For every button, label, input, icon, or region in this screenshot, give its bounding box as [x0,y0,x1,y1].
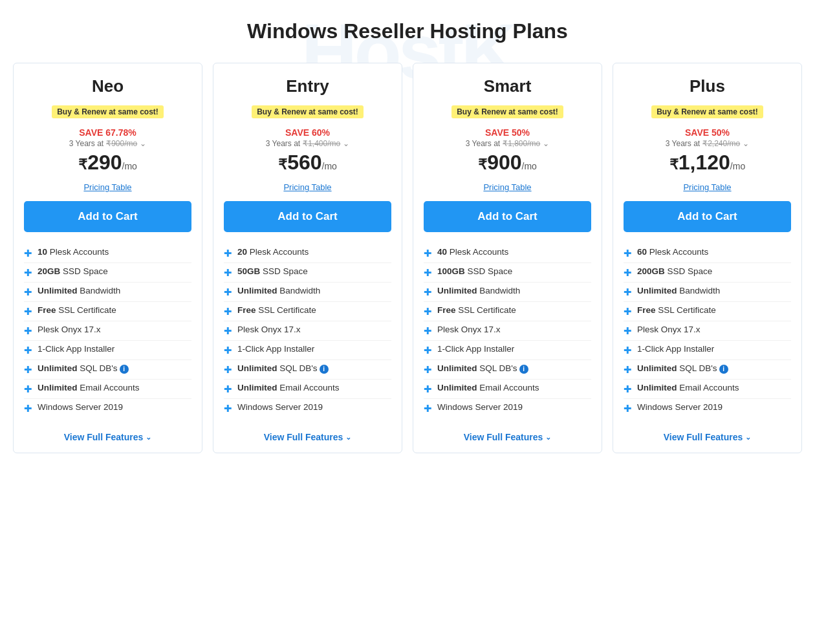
plus-circle-icon: ✚ [624,286,632,298]
feature-text: 60 Plesk Accounts [637,247,708,257]
add-to-cart-btn-plus[interactable]: Add to Cart [624,201,791,232]
list-item: ✚1-Click App Installer [24,341,191,360]
original-price-row-smart: 3 Years at ₹1,800/mo ⌄ [466,139,549,148]
save-percent-plus: SAVE 50% [685,127,730,138]
feature-text: Windows Server 2019 [237,402,323,412]
current-price-smart: ₹900/mo [478,151,537,175]
feature-text: Free SSL Certificate [38,305,116,315]
feature-text: Unlimited SQL DB'si [38,363,129,374]
plus-circle-icon: ✚ [424,286,432,298]
feature-text: Unlimited Bandwidth [637,286,720,295]
plus-circle-icon: ✚ [24,286,32,298]
plus-circle-icon: ✚ [224,286,232,298]
plus-circle-icon: ✚ [624,345,632,356]
feature-bold-text: 10 [38,247,47,257]
plus-circle-icon: ✚ [624,248,632,259]
list-item: ✚Plesk Onyx 17.x [624,321,791,341]
view-features-link-smart[interactable]: View Full Features ⌄ [464,428,552,442]
list-item: ✚100GB SSD Space [424,263,591,283]
list-item: ✚200GB SSD Space [624,263,791,283]
renew-badge-neo: Buy & Renew at same cost! [52,105,164,118]
feature-bold-text: 50GB [237,266,260,276]
feature-bold-text: Free [38,305,56,315]
feature-text: Free SSL Certificate [237,305,316,315]
dropdown-arrow-entry[interactable]: ⌄ [343,139,349,148]
rupee-symbol-smart: ₹ [478,156,487,173]
info-icon[interactable]: i [519,365,528,374]
plan-name-plus: Plus [690,76,725,96]
original-price-neo: ₹900/mo [106,139,137,148]
feature-bold-text: Unlimited [237,363,277,373]
add-to-cart-btn-entry[interactable]: Add to Cart [224,201,391,232]
features-list-plus: ✚60 Plesk Accounts✚200GB SSD Space✚Unlim… [624,244,791,418]
plus-circle-icon: ✚ [224,403,232,414]
view-features-link-neo[interactable]: View Full Features ⌄ [64,428,152,442]
plus-circle-icon: ✚ [424,306,432,317]
feature-text: Unlimited Email Accounts [237,383,340,392]
info-icon[interactable]: i [320,365,329,374]
years-label-entry: 3 Years at [266,139,300,148]
dropdown-arrow-plus[interactable]: ⌄ [743,139,749,148]
feature-text: 10 Plesk Accounts [38,247,109,257]
feature-text: Unlimited Email Accounts [437,383,539,392]
view-features-link-plus[interactable]: View Full Features ⌄ [664,428,752,442]
current-price-plus: ₹1,120/mo [669,151,745,175]
plus-circle-icon: ✚ [624,364,632,376]
plan-card-entry: EntryBuy & Renew at same cost!SAVE 60%3 … [213,63,402,453]
current-price-entry: ₹560/mo [278,151,337,175]
info-icon[interactable]: i [120,365,129,374]
feature-bold-text: Unlimited [437,363,477,373]
feature-text: Unlimited Bandwidth [237,286,320,295]
pricing-table-link-neo[interactable]: Pricing Table [83,182,131,192]
pricing-table-link-entry[interactable]: Pricing Table [283,182,331,192]
dropdown-arrow-smart[interactable]: ⌄ [543,139,549,148]
view-features-link-entry[interactable]: View Full Features ⌄ [264,428,352,442]
features-list-smart: ✚40 Plesk Accounts✚100GB SSD Space✚Unlim… [424,244,591,418]
feature-bold-text: Free [437,305,456,315]
plan-card-neo: NeoBuy & Renew at same cost!SAVE 67.78%3… [13,63,202,453]
feature-text: Plesk Onyx 17.x [237,325,301,334]
add-to-cart-btn-neo[interactable]: Add to Cart [24,201,191,232]
list-item: ✚Unlimited Email Accounts [224,380,391,399]
dropdown-arrow-neo[interactable]: ⌄ [140,139,146,148]
list-item: ✚Free SSL Certificate [224,302,391,321]
pricing-table-link-plus[interactable]: Pricing Table [683,182,731,192]
list-item: ✚Unlimited Email Accounts [424,380,591,399]
original-price-row-entry: 3 Years at ₹1,400/mo ⌄ [266,139,349,148]
plus-circle-icon: ✚ [224,306,232,317]
renew-badge-plus: Buy & Renew at same cost! [651,105,763,118]
plus-circle-icon: ✚ [424,267,432,279]
plus-circle-icon: ✚ [424,248,432,259]
per-mo-plus: /mo [730,161,745,171]
per-mo-neo: /mo [122,161,137,171]
list-item: ✚Windows Server 2019 [224,399,391,418]
list-item: ✚20 Plesk Accounts [224,244,391,263]
plan-name-smart: Smart [484,76,532,96]
chevron-down-icon: ⌄ [345,433,351,442]
rupee-symbol-entry: ₹ [278,156,287,173]
price-value-neo: 290 [87,151,122,174]
feature-text: 1-Click App Installer [437,344,514,354]
feature-text: Plesk Onyx 17.x [437,325,501,334]
years-label-plus: 3 Years at [666,139,700,148]
add-to-cart-btn-smart[interactable]: Add to Cart [424,201,591,232]
list-item: ✚Unlimited Bandwidth [24,283,191,302]
years-label-neo: 3 Years at [69,139,103,148]
save-percent-smart: SAVE 50% [485,127,530,138]
feature-text: 100GB SSD Space [437,266,512,276]
info-icon[interactable]: i [719,365,728,374]
plus-circle-icon: ✚ [424,325,432,337]
list-item: ✚Windows Server 2019 [624,399,791,418]
list-item: ✚20GB SSD Space [24,263,191,283]
list-item: ✚Unlimited SQL DB'si [424,360,591,380]
chevron-down-icon: ⌄ [745,433,751,442]
chevron-down-icon: ⌄ [146,433,151,442]
pricing-table-link-smart[interactable]: Pricing Table [483,182,531,192]
plus-circle-icon: ✚ [624,403,632,414]
feature-text: Unlimited Bandwidth [437,286,520,295]
plus-circle-icon: ✚ [624,267,632,279]
feature-text: Unlimited Email Accounts [637,383,739,392]
view-features-label-neo: View Full Features [64,432,144,442]
plus-circle-icon: ✚ [24,325,32,337]
original-price-row-plus: 3 Years at ₹2,240/mo ⌄ [666,139,749,148]
